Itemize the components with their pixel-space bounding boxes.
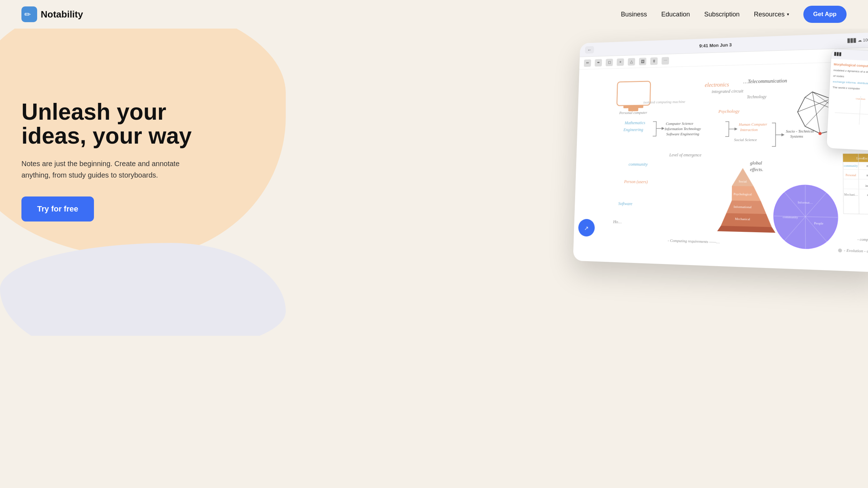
tablet-back-button[interactable]: ← xyxy=(585,46,594,54)
tablet-time: 9:41 Mon Jun 3 xyxy=(699,42,732,49)
phone-overlay: ▊▊▊ ☁ 100% Morphological computation mod… xyxy=(826,48,868,151)
svg-text:Social Science: Social Science xyxy=(734,138,757,142)
toolbar-eraser-icon[interactable]: ◻ xyxy=(606,59,613,66)
toolbar-highlight-icon[interactable]: ✒ xyxy=(595,59,602,66)
tablet-canvas: Personal computer electronics …Telecommu… xyxy=(573,61,868,273)
svg-text:Mechani…: Mechani… xyxy=(844,193,858,196)
tablet-outer: ← 9:41 Mon Jun 3 ▊▊▊ ☁ 100% ✏ ✒ ◻ ⌖ △ 🖼 … xyxy=(573,32,868,272)
svg-line-80 xyxy=(859,96,860,125)
svg-text:community: community xyxy=(629,162,648,167)
try-for-free-button[interactable]: Try for free xyxy=(21,196,94,221)
svg-text:Systems: Systems xyxy=(790,134,803,139)
svg-text:- Computing requirements ——…: - Computing requirements ——… xyxy=(668,238,719,244)
nav-subscription[interactable]: Subscription xyxy=(704,11,739,18)
svg-text:integrated circuit: integrated circuit xyxy=(712,88,743,94)
svg-text:Level of emergence: Level of emergence xyxy=(669,153,702,158)
svg-text:Psychology: Psychology xyxy=(718,109,740,114)
notes-svg: Personal computer electronics …Telecommu… xyxy=(573,61,868,273)
navbar: ✏ Notability Business Education Subscrip… xyxy=(0,0,868,29)
svg-text:Mathematics: Mathematics xyxy=(624,120,645,125)
svg-line-28 xyxy=(798,99,831,112)
nav-education[interactable]: Education xyxy=(661,11,690,18)
svg-text:Computer Science: Computer Science xyxy=(666,121,693,126)
svg-text:Interaction: Interaction xyxy=(740,128,758,132)
svg-text:Engineering: Engineering xyxy=(623,128,643,132)
svg-text:Technology: Technology xyxy=(747,94,767,99)
nav-resources[interactable]: Resources ▾ xyxy=(754,11,789,18)
svg-text:global: global xyxy=(750,160,762,166)
hero-subtitle: Notes are just the beginning. Create and… xyxy=(21,158,207,181)
svg-line-65 xyxy=(843,169,868,170)
svg-text:memes: memes xyxy=(867,164,868,168)
nav-business[interactable]: Business xyxy=(621,11,647,18)
toolbar-lasso-icon[interactable]: ⌖ xyxy=(617,58,624,66)
svg-text:Ho…: Ho… xyxy=(613,219,622,224)
svg-text:electronics: electronics xyxy=(705,81,729,88)
svg-point-75 xyxy=(838,249,842,253)
logo-link[interactable]: ✏ Notability xyxy=(21,6,83,22)
svg-text:isolated computing machine: isolated computing machine xyxy=(643,100,685,104)
svg-text:Undo Redo: Undo Redo xyxy=(855,98,865,100)
svg-text:…Telecommunication: …Telecommunication xyxy=(743,78,787,84)
svg-text:community: community xyxy=(844,164,858,168)
svg-text:meanin: meanin xyxy=(867,174,868,177)
svg-text:Personal: Personal xyxy=(845,173,856,177)
nav-links: Business Education Subscription Resource… xyxy=(621,6,847,23)
svg-text:Information Technology: Information Technology xyxy=(664,126,701,131)
toolbar-shape-icon[interactable]: △ xyxy=(628,58,635,65)
svg-text:Exchang…: Exchang… xyxy=(863,157,868,160)
svg-text:Mechanical: Mechanical xyxy=(735,217,750,221)
svg-text:Psychological: Psychological xyxy=(734,192,752,196)
svg-line-79 xyxy=(835,113,868,115)
svg-text:People: People xyxy=(814,221,823,225)
hero-left: Unleash your ideas, your way Notes are j… xyxy=(21,43,207,221)
svg-text:Software: Software xyxy=(618,201,633,206)
phone-content: Morphological computation modeled z dyna… xyxy=(827,59,868,134)
get-app-button[interactable]: Get App xyxy=(803,6,847,23)
tablet-status: ▊▊▊ ☁ 100% xyxy=(847,38,868,43)
hero-title: Unleash your ideas, your way xyxy=(21,100,207,148)
svg-line-27 xyxy=(812,92,820,134)
svg-text:↗: ↗ xyxy=(584,225,589,231)
toolbar-audio-icon[interactable]: 🎙 xyxy=(650,57,658,65)
svg-text:Person (users): Person (users) xyxy=(624,179,648,184)
svg-text:Informational: Informational xyxy=(734,205,752,209)
tablet-mockup: ← 9:41 Mon Jun 3 ▊▊▊ ☁ 100% ✏ ✒ ◻ ⌖ △ 🖼 … xyxy=(568,36,868,264)
chevron-down-icon: ▾ xyxy=(787,12,789,17)
svg-text:community: community xyxy=(783,215,798,219)
svg-text:- Evolution - driven b…: - Evolution - driven b… xyxy=(844,248,868,254)
hero-section: Unleash your ideas, your way Notes are j… xyxy=(0,29,868,336)
logo-icon: ✏ xyxy=(21,6,37,22)
logo-text: Notability xyxy=(41,9,83,20)
toolbar-image-icon[interactable]: 🖼 xyxy=(639,58,647,65)
svg-text:✏: ✏ xyxy=(24,10,31,19)
svg-point-31 xyxy=(818,132,821,135)
svg-text:Informat…: Informat… xyxy=(798,200,813,205)
blob-cool xyxy=(0,243,286,336)
toolbar-pen-icon[interactable]: ✏ xyxy=(584,59,591,67)
svg-text:Social: Social xyxy=(739,179,747,183)
svg-text:Human Computer: Human Computer xyxy=(738,122,768,126)
svg-text:Software Engineering: Software Engineering xyxy=(666,132,699,136)
svg-text:Personal computer: Personal computer xyxy=(619,110,648,115)
toolbar-more-icon[interactable]: ⋯ xyxy=(662,57,669,65)
svg-rect-58 xyxy=(843,154,868,214)
svg-text:effects.: effects. xyxy=(750,167,763,172)
svg-text:- computing: - computing xyxy=(857,237,868,242)
svg-text:Socio - Technical: Socio - Technical xyxy=(786,129,814,133)
svg-text:informati: informati xyxy=(865,184,868,188)
